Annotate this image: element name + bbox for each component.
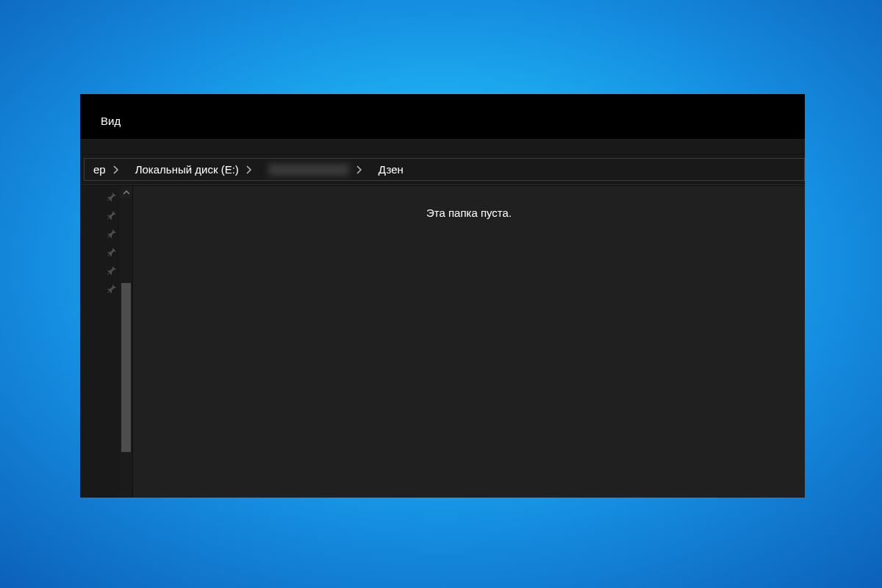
pin-icon[interactable] xyxy=(107,229,117,239)
breadcrumb-segment-partial[interactable]: ер xyxy=(85,159,126,180)
address-bar[interactable]: ер Локальный диск (E:) Дзен xyxy=(84,158,805,181)
navigation-pane xyxy=(80,186,133,498)
chevron-right-icon[interactable] xyxy=(113,165,119,174)
folder-content-area[interactable]: Эта папка пуста. xyxy=(133,186,805,498)
scroll-up-icon[interactable] xyxy=(120,186,132,198)
breadcrumb-label: Локальный диск (E:) xyxy=(135,163,239,176)
pin-icon[interactable] xyxy=(107,265,117,276)
chevron-right-icon[interactable] xyxy=(356,165,362,174)
pin-icon[interactable] xyxy=(107,210,117,220)
breadcrumb-label: Дзен xyxy=(379,163,404,176)
scrollbar-track[interactable] xyxy=(120,198,132,498)
menu-view-tab[interactable]: Вид xyxy=(96,113,125,129)
ribbon-area xyxy=(80,140,805,154)
explorer-window: Вид ер Локальный диск (E:) xyxy=(80,94,805,498)
explorer-body: Эта папка пуста. xyxy=(80,185,805,498)
pin-icon[interactable] xyxy=(107,192,117,202)
breadcrumb-segment-local-disk[interactable]: Локальный диск (E:) xyxy=(126,159,259,180)
menu-bar: Вид xyxy=(80,94,805,140)
breadcrumb-label-obscured xyxy=(268,164,349,176)
menu-view-label: Вид xyxy=(101,115,121,127)
pin-icon[interactable] xyxy=(107,247,117,257)
address-bar-row: ер Локальный диск (E:) Дзен xyxy=(80,154,805,185)
nav-scrollbar[interactable] xyxy=(120,186,132,498)
breadcrumb-label: ер xyxy=(93,163,106,176)
breadcrumb-segment-current[interactable]: Дзен xyxy=(370,159,411,180)
breadcrumb-segment-obscured[interactable] xyxy=(259,159,370,180)
empty-folder-message: Эта папка пуста. xyxy=(133,207,805,219)
scrollbar-thumb[interactable] xyxy=(121,283,131,452)
pin-icon[interactable] xyxy=(107,284,117,294)
chevron-right-icon[interactable] xyxy=(246,165,252,174)
quick-access-pins xyxy=(80,186,120,498)
